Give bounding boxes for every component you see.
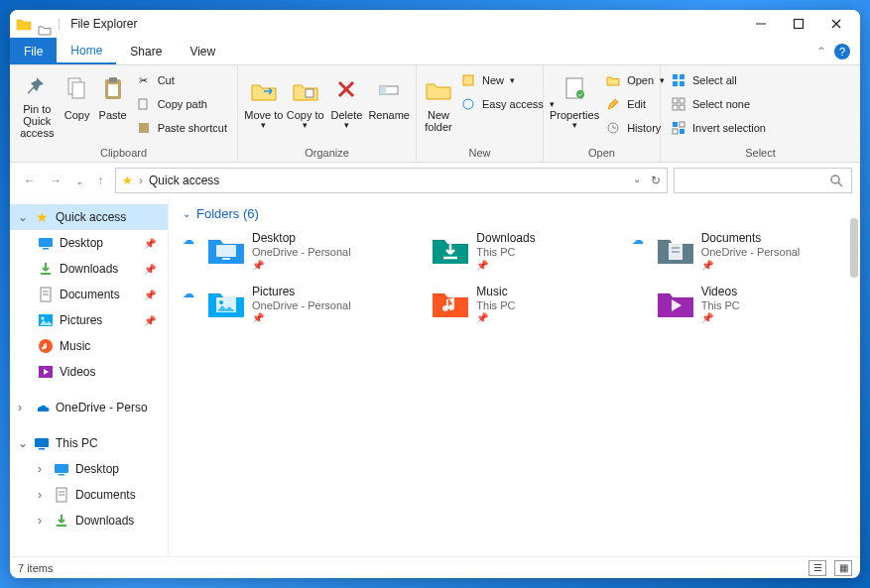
svg-rect-38	[39, 238, 53, 247]
window-title: File Explorer	[70, 17, 137, 31]
download-icon	[38, 261, 54, 277]
help-button[interactable]: ?	[834, 44, 850, 59]
folder-icon	[204, 285, 244, 320]
folder-name: Downloads	[476, 231, 535, 245]
ribbon-group-new: New folder New ▾ Easy access ▾ New	[417, 65, 544, 162]
paste-shortcut-button[interactable]: Paste shortcut	[132, 117, 231, 139]
copy-button[interactable]: Copy	[61, 69, 94, 139]
file-menu-button[interactable]: File	[10, 38, 57, 64]
group-label-select: Select	[661, 147, 860, 162]
details-view-button[interactable]: ☰	[808, 560, 826, 576]
sidebar-item-pc-documents[interactable]: ›Documents	[10, 482, 168, 508]
address-bar[interactable]: ★ › Quick access ⌄ ↻	[115, 168, 668, 193]
close-button[interactable]	[828, 16, 844, 32]
tab-view[interactable]: View	[176, 38, 229, 64]
qat-newfolder-icon[interactable]	[38, 24, 52, 36]
refresh-button[interactable]: ↻	[651, 174, 661, 187]
pin-icon: 📌	[701, 312, 740, 323]
cloud-icon	[407, 231, 421, 233]
minimize-button[interactable]	[753, 16, 769, 32]
cloud-icon: ☁	[183, 285, 196, 300]
svg-rect-30	[673, 105, 678, 110]
pictures-icon	[38, 312, 54, 328]
svg-rect-12	[139, 99, 147, 109]
ribbon-group-select: Select all Select none Invert selection …	[661, 65, 860, 162]
svg-rect-24	[673, 74, 678, 79]
back-button[interactable]: ←	[24, 174, 36, 187]
group-label-organize: Organize	[238, 147, 416, 162]
sidebar-item-music[interactable]: Music	[10, 333, 168, 359]
folder-item-desktop[interactable]: ☁ Desktop OneDrive - Personal 📌	[183, 231, 397, 271]
rename-button[interactable]: Rename	[368, 69, 410, 139]
sidebar-item-pc-downloads[interactable]: ›Downloads	[10, 508, 168, 533]
svg-point-45	[42, 317, 45, 320]
document-icon	[54, 487, 69, 503]
tab-share[interactable]: Share	[116, 38, 176, 64]
folder-item-videos[interactable]: Videos This PC 📌	[632, 285, 846, 324]
svg-rect-13	[139, 123, 149, 133]
up-button[interactable]: ↑	[97, 174, 103, 187]
thispc-icon	[34, 435, 50, 451]
copy-to-button[interactable]: Copy to▾	[286, 69, 325, 139]
sidebar-item-pictures[interactable]: Pictures📌	[10, 307, 168, 333]
folder-location: OneDrive - Personal	[252, 298, 351, 312]
sidebar-item-this-pc[interactable]: ⌄This PC	[10, 430, 168, 456]
folder-icon	[429, 231, 468, 267]
group-label-clipboard: Clipboard	[10, 147, 237, 162]
document-icon	[38, 287, 54, 302]
history-icon	[605, 120, 621, 136]
svg-rect-31	[680, 105, 684, 110]
svg-rect-8	[72, 82, 84, 98]
sidebar-item-desktop[interactable]: Desktop📌	[10, 230, 168, 256]
copy-path-icon	[136, 96, 152, 112]
new-folder-button[interactable]: New folder	[423, 69, 454, 139]
select-none-button[interactable]: Select none	[667, 93, 770, 115]
sidebar-item-quick-access[interactable]: ⌄★Quick access	[10, 204, 168, 230]
ribbon-group-organize: Move to▾ Copy to▾ Delete▾ Rename Organiz…	[238, 65, 417, 162]
history-button[interactable]: History	[601, 117, 669, 139]
search-input[interactable]	[674, 168, 852, 193]
tab-home[interactable]: Home	[57, 38, 116, 64]
svg-rect-19	[463, 75, 473, 85]
sidebar-item-videos[interactable]: Videos	[10, 359, 168, 385]
edit-button[interactable]: Edit	[601, 93, 669, 115]
invert-selection-button[interactable]: Invert selection	[667, 117, 770, 139]
delete-button[interactable]: Delete▾	[327, 69, 367, 139]
select-all-button[interactable]: Select all	[667, 69, 770, 91]
copy-path-button[interactable]: Copy path	[132, 93, 231, 115]
svg-rect-56	[216, 245, 236, 257]
maximize-button[interactable]	[791, 16, 807, 32]
group-label-open: Open	[544, 147, 660, 162]
thumbnails-view-button[interactable]: ▦	[834, 560, 852, 576]
sidebar-item-downloads[interactable]: Downloads📌	[10, 256, 168, 282]
pin-icon: 📌	[701, 260, 801, 271]
folders-section-header[interactable]: ⌄ Folders (6)	[183, 206, 846, 221]
folder-item-downloads[interactable]: Downloads This PC 📌	[407, 231, 621, 271]
svg-rect-11	[108, 84, 118, 96]
folder-location: This PC	[476, 245, 535, 259]
pin-icon: 📌	[476, 312, 515, 323]
properties-icon	[559, 73, 590, 105]
address-dropdown-icon[interactable]: ⌄	[633, 174, 641, 187]
download-icon	[54, 513, 69, 529]
svg-rect-33	[680, 122, 684, 127]
recent-dropdown[interactable]: ⌄	[75, 176, 83, 186]
folder-item-documents[interactable]: ☁ Documents OneDrive - Personal 📌	[632, 231, 846, 271]
forward-button[interactable]: →	[50, 174, 62, 187]
properties-button[interactable]: Properties▾	[550, 69, 599, 139]
sidebar-item-pc-desktop[interactable]: ›Desktop	[10, 456, 168, 482]
paste-button[interactable]: Paste	[96, 69, 130, 139]
pin-to-quick-access-button[interactable]: Pin to Quick access	[16, 69, 59, 139]
music-icon	[38, 338, 54, 354]
pin-icon: 📌	[476, 260, 535, 271]
scrollbar[interactable]	[850, 218, 858, 278]
folder-item-music[interactable]: Music This PC 📌	[407, 285, 621, 324]
sidebar-item-documents[interactable]: Documents📌	[10, 282, 168, 307]
cut-button[interactable]: ✂Cut	[132, 69, 231, 91]
sidebar-item-onedrive[interactable]: ›OneDrive - Perso	[10, 395, 168, 420]
open-button[interactable]: Open ▾	[601, 69, 669, 91]
move-to-button[interactable]: Move to▾	[244, 69, 284, 139]
ribbon-collapse-icon[interactable]: ⌃	[816, 45, 826, 59]
svg-rect-18	[380, 86, 386, 94]
folder-item-pictures[interactable]: ☁ Pictures OneDrive - Personal 📌	[183, 285, 397, 324]
